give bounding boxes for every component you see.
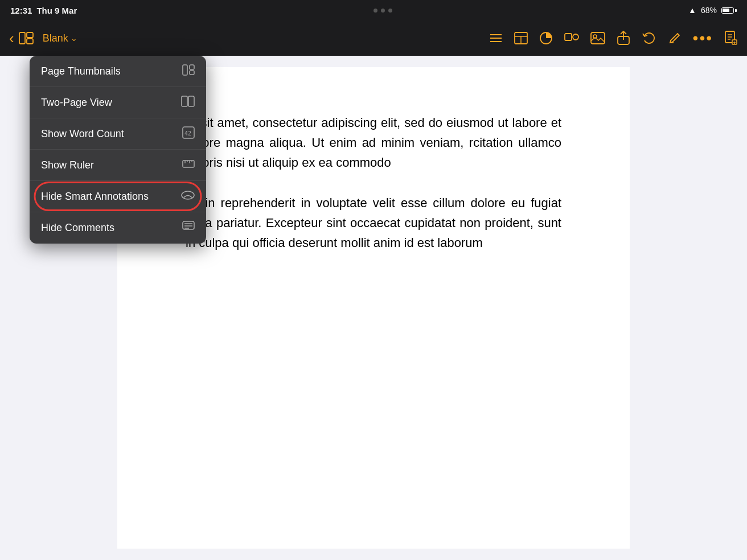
thumbnail-button[interactable]: [19, 32, 34, 44]
date: Thu 9 Mar: [36, 6, 77, 15]
back-button[interactable]: ‹: [9, 30, 14, 47]
status-right: ▲ 68%: [688, 6, 737, 15]
svg-rect-0: [19, 32, 25, 44]
doc-title[interactable]: Blank ⌄: [43, 32, 77, 44]
battery-icon: [721, 7, 737, 14]
menu-item-two-page-view[interactable]: Two-Page View: [30, 87, 206, 118]
status-dot-1: [374, 9, 377, 13]
doc-text-2: lor in reprehenderit in voluptate velit …: [186, 193, 561, 253]
doc-text-1: or sit amet, consectetur adipiscing elit…: [186, 113, 561, 173]
status-bar: 12:31 Thu 9 Mar ▲ 68%: [0, 0, 747, 20]
page-thumbnails-icon: [182, 64, 195, 79]
status-left: 12:31 Thu 9 Mar: [10, 6, 77, 15]
annotate-icon[interactable]: [668, 31, 682, 45]
more-icon[interactable]: •••: [693, 29, 713, 47]
shape-icon[interactable]: [564, 31, 579, 45]
status-dot-2: [381, 9, 385, 13]
svg-rect-1: [27, 32, 33, 38]
dropdown-menu: Page Thumbnails Two-Page View Show Word …: [30, 56, 206, 244]
svg-rect-26: [190, 71, 194, 75]
menu-item-page-thumbnails[interactable]: Page Thumbnails: [30, 56, 206, 87]
menu-item-hide-comments[interactable]: Hide Comments: [30, 212, 206, 244]
comments-icon: [182, 221, 195, 235]
chevron-down-icon: ⌄: [71, 34, 77, 43]
time: 12:31: [10, 6, 32, 15]
svg-rect-25: [190, 65, 194, 69]
toolbar-left: ‹ Blank ⌄: [9, 30, 77, 47]
menu-item-show-ruler[interactable]: Show Ruler: [30, 150, 206, 181]
status-center: [374, 9, 392, 13]
share-icon[interactable]: [617, 31, 630, 46]
svg-rect-24: [183, 65, 187, 75]
doc-settings-icon[interactable]: [724, 31, 738, 46]
svg-rect-28: [188, 96, 194, 106]
two-page-view-icon: [181, 96, 195, 110]
svg-rect-27: [182, 96, 187, 106]
chart-icon[interactable]: [539, 31, 553, 45]
menu-item-hide-smart-annotations[interactable]: Hide Smart Annotations: [30, 181, 206, 212]
wifi-icon: ▲: [688, 6, 696, 15]
smart-annotations-icon: [181, 190, 195, 203]
svg-rect-12: [591, 32, 605, 44]
svg-rect-31: [183, 160, 194, 167]
battery-percent: 68%: [701, 6, 717, 15]
table-icon[interactable]: [514, 32, 528, 44]
toolbar-icons: •••: [489, 29, 738, 47]
svg-point-11: [573, 34, 578, 40]
list-icon[interactable]: [489, 32, 503, 44]
undo-icon[interactable]: [642, 31, 656, 45]
menu-item-show-word-count[interactable]: Show Word Count 42: [30, 118, 206, 150]
svg-rect-10: [565, 34, 572, 40]
word-count-icon: 42: [182, 126, 195, 142]
image-icon[interactable]: [590, 32, 605, 44]
svg-text:42: 42: [184, 130, 191, 137]
status-dot-3: [388, 9, 392, 13]
toolbar: ‹ Blank ⌄: [0, 20, 747, 56]
svg-rect-2: [27, 39, 33, 44]
ruler-icon: [182, 158, 195, 173]
